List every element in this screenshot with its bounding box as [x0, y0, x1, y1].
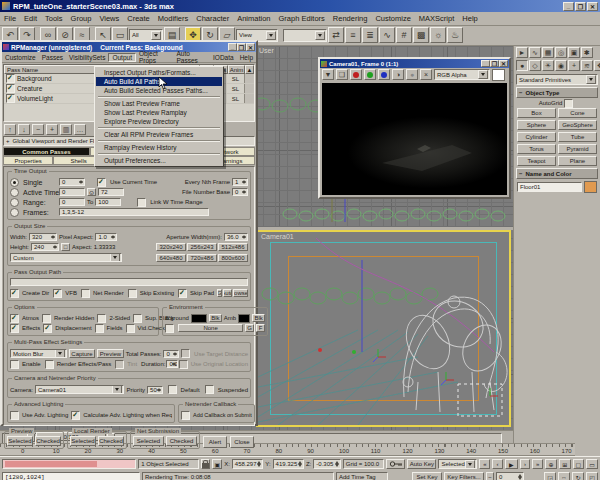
- preset-512x486-button[interactable]: 512x486: [218, 243, 248, 251]
- bground-black-button[interactable]: Blk: [209, 314, 222, 322]
- render-hidden-checkbox[interactable]: [42, 314, 51, 323]
- save-bitmap-icon[interactable]: [322, 69, 334, 80]
- rpm-menu-passes[interactable]: Passes: [39, 54, 66, 61]
- y-coordinate-field[interactable]: 419.325: [273, 459, 304, 469]
- menu-item-auto-build-all-paths[interactable]: Auto Build All Paths...: [96, 77, 222, 86]
- menu-item-show-last-preview-frame[interactable]: Show Last Preview Frame: [96, 99, 222, 108]
- tube-button[interactable]: Tube: [558, 132, 597, 142]
- range-end-field[interactable]: 100: [95, 198, 121, 206]
- preset-320x240-button[interactable]: 320x240: [156, 243, 186, 251]
- key-filters-button[interactable]: Key Filters...: [444, 472, 484, 480]
- alert-button[interactable]: Alert: [203, 436, 227, 448]
- pyramid-button[interactable]: Pyramid: [558, 144, 597, 154]
- two-sided-checkbox[interactable]: [97, 314, 106, 323]
- tint-checkbox[interactable]: [115, 360, 124, 369]
- range-radio[interactable]: [10, 198, 19, 207]
- go-to-end-icon[interactable]: [532, 459, 543, 469]
- list-scrollbar[interactable]: [244, 94, 254, 103]
- vid-check-checkbox[interactable]: [126, 324, 135, 333]
- multipass-effect-dropdown[interactable]: Motion Blur: [10, 349, 67, 358]
- single-radio[interactable]: [10, 178, 19, 187]
- menu-rendering[interactable]: Rendering: [329, 13, 372, 24]
- preview-selected-button[interactable]: Selected: [7, 436, 33, 446]
- monochrome-icon[interactable]: [406, 69, 418, 80]
- zoom-icon[interactable]: [545, 459, 557, 469]
- menu-maxscript[interactable]: MAXScript: [415, 13, 458, 24]
- set-key-icon[interactable]: [386, 459, 405, 469]
- net-checked-button[interactable]: Checked: [166, 436, 197, 446]
- menu-edit[interactable]: Edit: [20, 13, 41, 24]
- add-callback-checkbox[interactable]: [181, 411, 190, 420]
- minimize-button[interactable]: _: [563, 2, 574, 11]
- auto-button[interactable]: Auto: [223, 289, 232, 297]
- add-pass-icon[interactable]: [46, 124, 58, 135]
- viewport-label-camera[interactable]: Camera01: [261, 233, 294, 240]
- height-spinner[interactable]: 240: [31, 243, 59, 251]
- capture-button[interactable]: Capture: [69, 349, 95, 358]
- preset-256x243-button[interactable]: 256x243: [187, 243, 217, 251]
- fields-checkbox[interactable]: [95, 324, 104, 333]
- expand-icon[interactable]: +: [6, 138, 10, 144]
- every-nth-frame-spinner[interactable]: 1: [232, 178, 248, 186]
- active-start-field[interactable]: 0: [59, 188, 85, 196]
- delete-pass-icon[interactable]: [32, 124, 44, 135]
- file-number-base-spinner[interactable]: 0: [232, 188, 248, 196]
- menu-tools[interactable]: Tools: [41, 13, 67, 24]
- object-color-swatch[interactable]: [584, 181, 597, 193]
- rendered-image[interactable]: [322, 83, 507, 195]
- bground-color-swatch[interactable]: [191, 314, 207, 323]
- move-pass-up-icon[interactable]: [4, 124, 16, 135]
- layer-manager-icon[interactable]: [362, 27, 378, 43]
- preset-640x480-button[interactable]: 640x480: [156, 254, 186, 262]
- vfb-title-bar[interactable]: Camera01, Frame 0 (1:1) _ ❐ ✕: [320, 59, 509, 68]
- single-frame-spinner[interactable]: 0: [59, 178, 85, 186]
- rpm-menu-customize[interactable]: Customize: [2, 54, 39, 61]
- env-f-button[interactable]: F: [256, 324, 265, 332]
- skip-pad-checkbox[interactable]: [178, 289, 187, 298]
- helpers-icon[interactable]: [568, 60, 580, 71]
- tab-properties[interactable]: Properties: [3, 156, 53, 165]
- preset-800x600-button[interactable]: 800x600: [218, 254, 248, 262]
- close-dialog-button[interactable]: Close: [230, 436, 254, 448]
- frames-radio[interactable]: [10, 208, 19, 217]
- menu-group[interactable]: Group: [67, 13, 96, 24]
- z-coordinate-field[interactable]: -0.305: [313, 459, 340, 469]
- name-color-rollout[interactable]: − Name and Color: [516, 168, 598, 179]
- red-channel-icon[interactable]: [350, 69, 362, 80]
- menu-item-inspect-output-paths[interactable]: Inspect Output Paths/Formats...: [96, 68, 222, 77]
- plane-button[interactable]: Plane: [558, 156, 597, 166]
- pass-checkbox[interactable]: [6, 74, 15, 83]
- suspended-checkbox[interactable]: [205, 385, 214, 394]
- menu-item-explore-preview-directory[interactable]: Explore Preview Directory: [96, 117, 222, 126]
- calc-adv-lighting-checkbox[interactable]: [71, 411, 80, 420]
- list-scrollbar[interactable]: [244, 74, 254, 83]
- net-render-checkbox[interactable]: [81, 289, 90, 298]
- menu-customize[interactable]: Customize: [371, 13, 414, 24]
- mirror-icon[interactable]: [328, 27, 344, 43]
- use-original-location-checkbox[interactable]: [179, 360, 188, 369]
- effects-checkbox[interactable]: [10, 324, 19, 333]
- menu-item-auto-build-selected[interactable]: Auto Build Selected Passes Paths...: [96, 86, 222, 95]
- skip-existing-checkbox[interactable]: [128, 289, 137, 298]
- systems-icon[interactable]: [594, 60, 600, 71]
- rpm-menu-visibilitysets[interactable]: VisibilitySets: [66, 54, 108, 61]
- set-key-button[interactable]: Set Key: [412, 472, 442, 480]
- super-black-checkbox[interactable]: [133, 314, 142, 323]
- rpm-menu-iodata[interactable]: IOData: [210, 54, 237, 61]
- menu-animation[interactable]: Animation: [233, 13, 274, 24]
- geometry-icon[interactable]: [516, 60, 528, 71]
- pan-icon[interactable]: [558, 472, 570, 480]
- ambient-black-button[interactable]: Blk: [252, 314, 265, 322]
- display-tab-icon[interactable]: [568, 47, 580, 58]
- curve-editor-icon[interactable]: [379, 27, 395, 43]
- atmos-checkbox[interactable]: [10, 314, 19, 323]
- menu-views[interactable]: Views: [95, 13, 123, 24]
- current-frame-field[interactable]: 0: [496, 472, 524, 480]
- anim-column-header[interactable]: Anim: [228, 65, 245, 74]
- dialog-close-button[interactable]: ✕: [246, 43, 255, 51]
- blue-channel-icon[interactable]: [378, 69, 390, 80]
- rpm-menu-output[interactable]: Output: [108, 53, 136, 62]
- render-effects-pass-checkbox[interactable]: [45, 360, 54, 369]
- clone-vfb-icon[interactable]: [336, 69, 348, 80]
- frames-field[interactable]: 1,3,5-12: [59, 208, 209, 216]
